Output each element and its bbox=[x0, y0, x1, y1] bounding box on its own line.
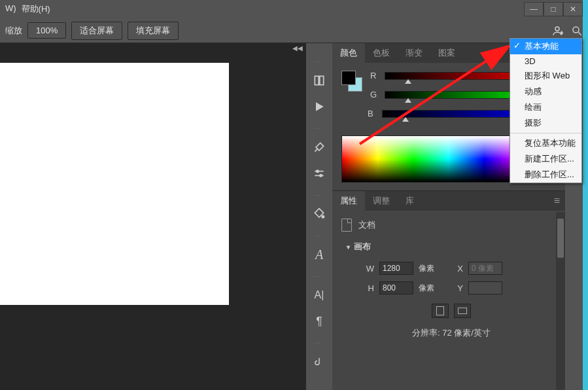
options-bar: 缩放 100% 适合屏幕 填充屏幕 + bbox=[0, 18, 588, 43]
h-label: H bbox=[364, 283, 374, 293]
bucket-icon[interactable] bbox=[312, 207, 326, 221]
chevron-down-icon: ▾ bbox=[347, 243, 350, 251]
ws-item-reset[interactable]: 复位基本功能 bbox=[510, 135, 581, 151]
tab-properties[interactable]: 属性 bbox=[332, 191, 365, 211]
panel-menu-icon[interactable]: ≡ bbox=[549, 191, 565, 211]
svg-rect-5 bbox=[320, 76, 324, 84]
resolution-label: 分辨率: bbox=[412, 328, 440, 338]
tab-libraries[interactable]: 库 bbox=[398, 191, 422, 211]
svg-rect-4 bbox=[315, 76, 319, 84]
ws-item-3d[interactable]: 3D bbox=[510, 54, 581, 68]
window-menu[interactable]: W) bbox=[5, 3, 16, 15]
zoom-label: 缩放 bbox=[5, 25, 22, 37]
svg-point-9 bbox=[320, 175, 322, 177]
grip-icon: ┈┈ bbox=[314, 192, 324, 195]
w-label: W bbox=[364, 264, 374, 274]
tab-color[interactable]: 颜色 bbox=[332, 43, 365, 63]
menu-separator bbox=[510, 133, 581, 133]
history-icon[interactable] bbox=[312, 73, 326, 88]
maximize-button[interactable]: □ bbox=[544, 2, 563, 16]
doc-label: 文档 bbox=[358, 219, 375, 231]
grip-icon: ┈┈ bbox=[314, 59, 324, 62]
x-label: X bbox=[453, 264, 463, 274]
help-menu[interactable]: 帮助(H) bbox=[22, 3, 50, 15]
check-icon: ✓ bbox=[513, 41, 521, 50]
canvas-area: ◀◀ bbox=[0, 43, 306, 390]
height-input[interactable] bbox=[379, 281, 413, 294]
workspace-menu: ✓ 基本功能 ⌖ 3D 图形和 Web 动感 绘画 摄影 复位基本功能 新建工作… bbox=[510, 38, 582, 183]
fill-screen-button[interactable]: 填充屏幕 bbox=[128, 22, 179, 40]
landscape-button[interactable] bbox=[454, 304, 471, 318]
fg-bg-swatch[interactable] bbox=[341, 71, 362, 92]
svg-line-3 bbox=[578, 32, 581, 35]
grip-icon: ┈┈ bbox=[314, 126, 324, 128]
ws-item-graphic-web[interactable]: 图形和 Web bbox=[510, 68, 581, 84]
title-bar: W) 帮助(H) — □ ✕ bbox=[0, 0, 588, 18]
close-button[interactable]: ✕ bbox=[563, 2, 583, 16]
clip-icon[interactable] bbox=[312, 355, 326, 369]
fg-color-swatch[interactable] bbox=[341, 71, 356, 85]
window-controls: — □ ✕ bbox=[524, 2, 583, 16]
portrait-button[interactable] bbox=[432, 304, 449, 318]
document-canvas[interactable] bbox=[0, 63, 229, 305]
svg-point-0 bbox=[555, 27, 559, 31]
user-icon[interactable]: + bbox=[551, 25, 563, 37]
svg-point-8 bbox=[317, 170, 319, 172]
r-label: R bbox=[370, 71, 379, 80]
vertical-dock: ┈┈ ┈┈ ┈┈ ┈┈ A ┈┈ A| ¶ ┈┈ bbox=[306, 43, 332, 390]
ws-item-essentials[interactable]: ✓ 基本功能 ⌖ bbox=[510, 39, 581, 54]
resolution-value: 72 像素/英寸 bbox=[442, 328, 491, 338]
tab-pattern[interactable]: 图案 bbox=[430, 43, 463, 63]
ws-item-painting[interactable]: 绘画 bbox=[510, 99, 581, 115]
grip-icon: ┈┈ bbox=[314, 274, 324, 276]
canvas-label: 画布 bbox=[354, 241, 371, 253]
width-input[interactable] bbox=[379, 262, 413, 275]
minimize-button[interactable]: — bbox=[524, 2, 544, 16]
document-icon bbox=[341, 219, 352, 232]
search-icon[interactable] bbox=[571, 25, 583, 37]
window-edge bbox=[583, 0, 588, 390]
unit-label: 像素 bbox=[419, 283, 434, 294]
y-input bbox=[468, 281, 502, 294]
ws-item-new[interactable]: 新建工作区... bbox=[510, 151, 581, 167]
canvas-section-header[interactable]: ▾ 画布 bbox=[347, 241, 556, 253]
play-icon[interactable] bbox=[312, 99, 326, 114]
b-label: B bbox=[368, 109, 377, 118]
tab-adjustments[interactable]: 调整 bbox=[365, 191, 398, 211]
ws-item-photography[interactable]: 摄影 bbox=[510, 115, 581, 131]
fit-screen-button[interactable]: 适合屏幕 bbox=[71, 22, 122, 40]
scrollbar[interactable] bbox=[556, 212, 565, 390]
svg-point-10 bbox=[322, 216, 324, 218]
unit-label: 像素 bbox=[419, 263, 434, 274]
svg-text:+: + bbox=[561, 30, 564, 36]
tab-swatches[interactable]: 色板 bbox=[365, 43, 398, 63]
y-label: Y bbox=[453, 283, 463, 293]
grip-icon: ┈┈ bbox=[314, 340, 324, 343]
properties-panel: 属性 调整 库 ≡ 文档 ▾ 画布 W bbox=[332, 190, 565, 390]
tab-gradient[interactable]: 渐变 bbox=[398, 43, 430, 63]
paragraph-icon[interactable]: ¶ bbox=[312, 314, 326, 328]
type-styles-icon[interactable]: A bbox=[312, 247, 326, 262]
svg-point-2 bbox=[573, 27, 579, 33]
ws-item-delete[interactable]: 删除工作区... bbox=[510, 167, 581, 183]
grip-icon: ┈┈ bbox=[314, 233, 324, 236]
brush-icon[interactable] bbox=[312, 140, 326, 154]
collapse-icon[interactable]: ◀◀ bbox=[292, 44, 303, 52]
x-input bbox=[468, 262, 502, 275]
zoom-value[interactable]: 100% bbox=[27, 22, 66, 39]
adjust-icon[interactable] bbox=[312, 166, 326, 181]
ws-item-motion[interactable]: 动感 bbox=[510, 84, 581, 99]
g-label: G bbox=[370, 90, 379, 99]
align-icon[interactable]: A| bbox=[312, 288, 326, 302]
